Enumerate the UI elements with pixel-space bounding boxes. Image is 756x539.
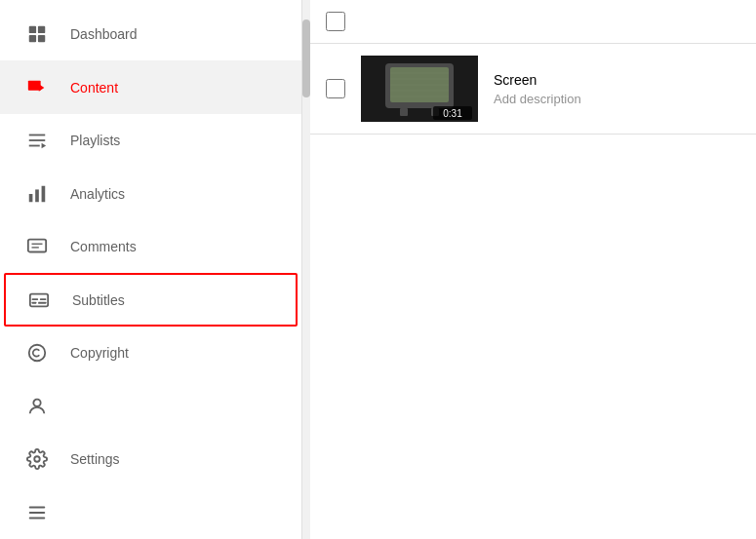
sidebar-item-comments[interactable]: Comments: [0, 220, 301, 273]
sidebar-item-earn[interactable]: [0, 380, 301, 433]
copyright-icon: [23, 339, 51, 366]
comments-icon: [23, 233, 51, 260]
earn-icon: [23, 393, 51, 420]
sidebar-item-settings[interactable]: Settings: [0, 433, 301, 485]
svg-rect-25: [29, 512, 46, 514]
table-row: 0:31 Screen Add description: [310, 44, 756, 135]
svg-rect-10: [29, 194, 33, 202]
video-list: 0:31 Screen Add description: [310, 0, 756, 539]
sidebar-item-copyright-label: Copyright: [70, 345, 129, 361]
svg-rect-35: [400, 108, 408, 116]
svg-rect-1: [38, 26, 45, 33]
svg-rect-13: [28, 240, 46, 252]
sidebar-item-settings-label: Settings: [70, 451, 120, 467]
sidebar-item-analytics-label: Analytics: [70, 186, 125, 202]
svg-rect-26: [29, 517, 46, 519]
sidebar-item-comments-label: Comments: [70, 239, 137, 254]
svg-rect-12: [42, 185, 46, 202]
video-thumbnail: 0:31: [361, 56, 478, 122]
svg-marker-9: [42, 143, 47, 149]
video-checkbox[interactable]: [326, 79, 345, 98]
video-description: Add description: [494, 92, 581, 106]
content-icon: [23, 74, 51, 101]
sidebar-item-dashboard-label: Dashboard: [70, 26, 138, 42]
scrollbar-track[interactable]: [302, 0, 310, 539]
scrollbar-thumb[interactable]: [302, 19, 310, 97]
sidebar-item-content[interactable]: Content: [0, 60, 301, 113]
more-icon: [23, 499, 51, 526]
settings-icon: [23, 445, 51, 473]
sidebar-item-analytics[interactable]: Analytics: [0, 167, 301, 219]
sidebar-item-more[interactable]: [0, 485, 301, 538]
sidebar: Dashboard Content Playlists: [0, 0, 302, 539]
sidebar-item-dashboard[interactable]: Dashboard: [0, 8, 301, 60]
svg-point-23: [34, 456, 40, 462]
svg-rect-19: [32, 302, 37, 304]
sidebar-item-content-label: Content: [70, 80, 118, 96]
select-all-checkbox[interactable]: [326, 12, 345, 31]
thumbnail-image: 0:31: [361, 56, 478, 122]
subtitles-icon: [25, 287, 53, 314]
sidebar-item-playlists[interactable]: Playlists: [0, 114, 301, 167]
svg-rect-18: [40, 298, 46, 300]
video-title: Screen: [494, 72, 581, 88]
sidebar-item-copyright[interactable]: Copyright: [0, 327, 301, 379]
svg-marker-5: [39, 84, 45, 91]
analytics-icon: [23, 180, 51, 208]
svg-rect-0: [29, 26, 36, 33]
svg-rect-17: [32, 298, 38, 300]
svg-rect-2: [29, 35, 36, 42]
svg-rect-11: [35, 189, 39, 202]
sidebar-item-subtitles[interactable]: Subtitles: [4, 273, 298, 327]
svg-rect-20: [38, 302, 46, 304]
svg-rect-4: [28, 80, 41, 90]
svg-rect-24: [29, 506, 46, 508]
svg-point-21: [29, 345, 46, 362]
svg-text:0:31: 0:31: [443, 108, 462, 119]
sidebar-item-playlists-label: Playlists: [70, 133, 120, 148]
dashboard-icon: [23, 20, 51, 48]
svg-point-22: [33, 399, 40, 405]
main-content: 0:31 Screen Add description: [310, 0, 756, 539]
playlists-icon: [23, 127, 51, 154]
sidebar-item-subtitles-label: Subtitles: [72, 292, 125, 308]
video-info: Screen Add description: [494, 72, 581, 106]
svg-rect-3: [38, 35, 45, 42]
video-list-header-row: [310, 0, 756, 44]
